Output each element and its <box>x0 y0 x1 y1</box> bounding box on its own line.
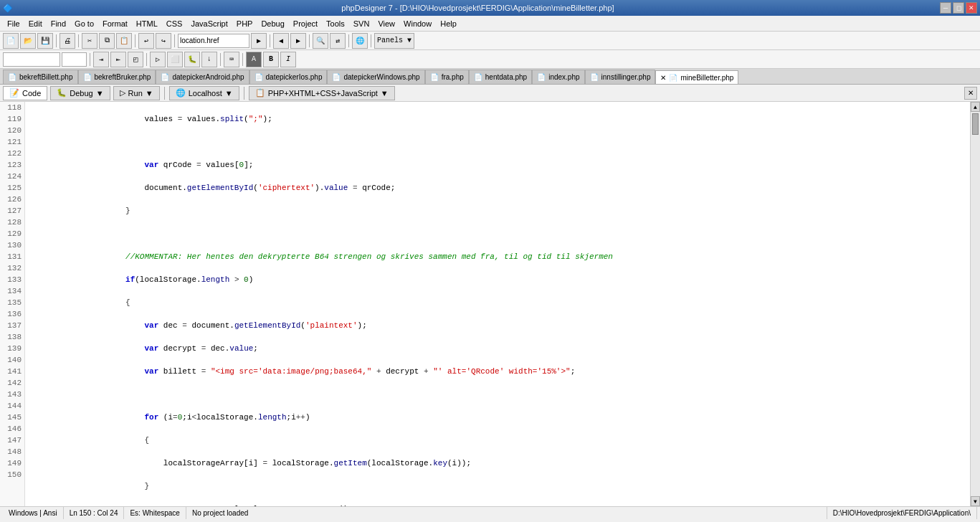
step-btn[interactable]: ↓ <box>201 52 217 67</box>
format-btn[interactable]: ◰ <box>128 52 143 67</box>
tab-icon: 📄 <box>430 73 439 81</box>
scroll-thumb[interactable] <box>972 113 979 135</box>
linenum-122: 122 <box>3 148 22 159</box>
undo-btn[interactable]: ↩ <box>138 33 154 49</box>
debug-tab-btn[interactable]: 🐛 Debug ▼ <box>50 86 110 100</box>
menu-php[interactable]: PHP <box>232 18 257 29</box>
code-line-119 <box>31 136 964 148</box>
sep2 <box>78 34 79 47</box>
tab-datepickerios[interactable]: 📄 datepickerIos.php <box>249 70 328 84</box>
tab-index[interactable]: 📄 index.php <box>532 70 584 84</box>
copy-btn[interactable]: ⧉ <box>99 33 115 49</box>
linenum-123: 123 <box>3 159 22 171</box>
menu-debug[interactable]: Debug <box>257 18 288 29</box>
tab-bekreftbruker[interactable]: 📄 bekreftBruker.php <box>78 70 156 84</box>
menu-css[interactable]: CSS <box>162 18 187 29</box>
redo-btn[interactable]: ↪ <box>156 33 171 49</box>
search-btn[interactable]: 🔍 <box>313 33 328 49</box>
linenum-138: 138 <box>3 331 22 343</box>
scroll-track[interactable] <box>971 112 980 496</box>
menu-view[interactable]: View <box>374 18 399 29</box>
tab-icon: 📄 <box>8 73 16 81</box>
editor-close-btn[interactable]: ✕ <box>964 87 977 100</box>
tab-bekreftbillett[interactable]: 📄 bekreftBillett.php <box>3 70 78 84</box>
menu-file[interactable]: File <box>3 18 24 29</box>
kbd-btn[interactable]: ⌨ <box>224 52 239 67</box>
location-combo[interactable] <box>178 34 249 48</box>
menu-find[interactable]: Find <box>47 18 70 29</box>
scroll-up-btn[interactable]: ▲ <box>971 102 980 112</box>
close-button[interactable]: ✕ <box>966 2 977 14</box>
scrollbar-vertical[interactable]: ▲ ▼ <box>970 102 980 506</box>
open-btn[interactable]: 📂 <box>20 33 36 49</box>
indent-btn[interactable]: ⇥ <box>93 52 109 67</box>
code-content[interactable]: values = values.split(";"); var qrCode =… <box>25 102 970 506</box>
tab-datepickerwindows[interactable]: 📄 datepickerWindows.php <box>327 70 424 84</box>
go-btn[interactable]: ▶ <box>251 33 267 49</box>
sep1 <box>56 34 57 47</box>
localhost-btn[interactable]: 🌐 Localhost ▼ <box>169 86 239 100</box>
code-line-120: var qrCode = values[0]; <box>31 159 964 171</box>
fwd-btn[interactable]: ▶ <box>290 33 306 49</box>
code-area: 118 119 120 121 122 123 124 125 126 127 … <box>0 102 980 506</box>
lang-btn[interactable]: 📋 PHP+XHTML+CSS+JavaScript ▼ <box>249 86 395 100</box>
browser-btn[interactable]: 🌐 <box>352 33 368 49</box>
sep11 <box>220 53 221 66</box>
statusbar: Windows | Ansi Ln 150 : Col 24 Es: White… <box>0 506 980 519</box>
menu-html[interactable]: HTML <box>132 18 162 29</box>
save-btn[interactable]: 💾 <box>37 33 53 49</box>
menu-svn[interactable]: SVN <box>349 18 374 29</box>
menu-project[interactable]: Project <box>289 18 322 29</box>
status-whitespace: Es: Whitespace <box>124 507 186 519</box>
menu-goto[interactable]: Go to <box>70 18 98 29</box>
linenum-139: 139 <box>3 343 22 354</box>
run-tab-btn[interactable]: ▷ Run ▼ <box>113 86 160 100</box>
menu-help[interactable]: Help <box>436 18 461 29</box>
italic-btn[interactable]: I <box>280 52 296 67</box>
code-line-134: } <box>31 480 964 492</box>
sep10 <box>146 53 147 66</box>
sep-et2 <box>244 87 244 100</box>
tab-hentdata[interactable]: 📄 hentdata.php <box>469 70 532 84</box>
bold-btn[interactable]: B <box>263 52 279 67</box>
menu-window[interactable]: Window <box>399 18 436 29</box>
font-combo[interactable] <box>3 52 60 67</box>
code-tab-btn[interactable]: 📝 Code <box>3 86 47 100</box>
linenum-131: 131 <box>3 251 22 262</box>
color-btn[interactable]: A <box>246 52 262 67</box>
menu-format[interactable]: Format <box>98 18 132 29</box>
outdent-btn[interactable]: ⇤ <box>110 52 126 67</box>
titlebar-title: phpDesigner 7 - [D:\HIO\Hovedprosjekt\FE… <box>341 4 614 12</box>
restore-button[interactable]: ◻ <box>953 2 964 14</box>
linenum-142: 142 <box>3 377 22 389</box>
tab-minebilletter[interactable]: ✕ 📄 mineBilletter.php <box>655 70 738 85</box>
menu-edit[interactable]: Edit <box>24 18 47 29</box>
panels-btn[interactable]: Panels ▼ <box>374 33 414 49</box>
stop-btn[interactable]: ⬜ <box>167 52 183 67</box>
code-line-122: } <box>31 205 964 217</box>
back-btn[interactable]: ◀ <box>273 33 289 49</box>
paste-btn[interactable]: 📋 <box>116 33 132 49</box>
print-btn[interactable]: 🖨 <box>60 33 75 49</box>
new-btn[interactable]: 📄 <box>3 33 19 49</box>
tab-innstillinger[interactable]: 📄 innstillinger.php <box>585 70 656 84</box>
tab-fra[interactable]: 📄 fra.php <box>425 70 469 84</box>
scroll-down-btn[interactable]: ▼ <box>971 496 980 506</box>
run2-btn[interactable]: ▷ <box>150 52 166 67</box>
code-line-126: { <box>31 297 964 308</box>
tab-icon: 📄 <box>332 73 341 81</box>
debug2-btn[interactable]: 🐛 <box>184 52 200 67</box>
cut-btn[interactable]: ✂ <box>82 33 97 49</box>
status-windows-ansi: Windows | Ansi <box>3 507 64 519</box>
minimize-button[interactable]: ─ <box>940 2 951 14</box>
linenum-132: 132 <box>3 262 22 274</box>
replace-btn[interactable]: ⇄ <box>330 33 346 49</box>
menu-javascript[interactable]: JavaScript <box>186 18 232 29</box>
size-combo[interactable] <box>62 52 87 67</box>
linenum-126: 126 <box>3 194 22 205</box>
code-icon: 📝 <box>9 88 19 98</box>
tab-icon: 📄 <box>474 73 482 81</box>
menu-tools[interactable]: Tools <box>322 18 349 29</box>
sep5 <box>270 34 270 47</box>
tab-datepickerandroid[interactable]: 📄 datepickerAndroid.php <box>156 70 249 84</box>
